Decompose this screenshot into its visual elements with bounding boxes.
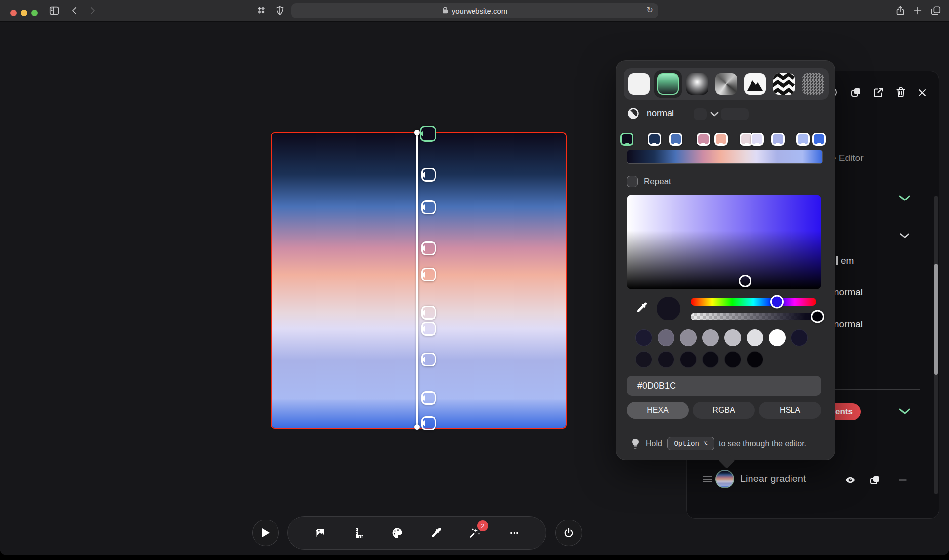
hue-slider-handle[interactable] [770, 295, 784, 309]
images-tool-icon[interactable] [312, 525, 327, 540]
eyedropper-icon[interactable] [635, 301, 649, 315]
color-swatch-#12101c[interactable] [658, 351, 674, 368]
duplicate-layer-icon[interactable] [869, 474, 881, 486]
duplicate-icon[interactable] [850, 86, 862, 98]
separator [835, 389, 920, 390]
color-swatches-row-1 [635, 329, 808, 346]
gradient-preview-bar[interactable] [627, 150, 823, 164]
section-collapse-chevron-icon[interactable] [898, 195, 911, 201]
canvas-gradient-stop-5[interactable] [421, 306, 436, 320]
color-swatch-#16142b[interactable] [791, 329, 808, 346]
gradients-section-chevron-icon[interactable] [898, 408, 911, 415]
open-external-icon[interactable] [872, 86, 884, 98]
fill-type-noise[interactable] [799, 70, 827, 98]
fill-type-image[interactable] [741, 70, 769, 98]
color-swatch-#1b1930[interactable] [635, 329, 652, 346]
scrollbar-thumb[interactable] [934, 264, 938, 375]
color-swatch-#0b0a13[interactable] [702, 351, 719, 368]
color-swatch-#c0bfc6[interactable] [724, 329, 741, 346]
power-button[interactable] [555, 520, 582, 546]
alpha-slider-handle[interactable] [811, 310, 824, 323]
canvas-gradient-stop-0[interactable] [420, 126, 436, 142]
canvas-gradient-stop-6[interactable] [421, 322, 436, 336]
disabled-control [694, 108, 707, 120]
blend-mode-value[interactable]: normal [647, 108, 674, 119]
color-swatch-#15131f[interactable] [635, 351, 652, 368]
minimize-window-button[interactable] [21, 10, 27, 16]
back-button[interactable] [69, 5, 80, 16]
blend-mode-dropdown-chevron-icon[interactable] [710, 110, 719, 116]
play-button[interactable] [252, 520, 279, 546]
delete-icon[interactable] [895, 86, 907, 98]
close-window-button[interactable] [10, 10, 17, 16]
close-icon[interactable] [916, 87, 928, 99]
canvas-gradient-stop-7[interactable] [421, 353, 436, 366]
hue-slider[interactable] [691, 298, 816, 306]
unit-value-partial: em [841, 255, 854, 266]
palette-tool-icon[interactable] [390, 525, 405, 540]
color-swatch-#8e8b97[interactable] [680, 329, 697, 346]
gradient-stop-9[interactable] [812, 133, 826, 146]
new-tab-icon[interactable] [912, 5, 923, 16]
canvas-gradient-stop-8[interactable] [421, 391, 436, 405]
format-hsla-button[interactable]: HSLA [759, 402, 821, 419]
format-rgba-button[interactable]: RGBA [693, 402, 755, 419]
gradient-stop-8[interactable] [796, 133, 810, 146]
fill-type-linear-gradient[interactable] [654, 70, 682, 98]
gradient-stop-0[interactable] [620, 133, 633, 146]
gradient-stop-1[interactable] [648, 133, 661, 146]
color-swatch-#dfdfe3[interactable] [747, 329, 763, 346]
zoom-window-button[interactable] [31, 10, 38, 16]
row-chevron-icon[interactable] [899, 232, 910, 238]
format-hexa-button[interactable]: HEXA [627, 402, 689, 419]
address-bar[interactable]: yourwebsite.com ↻ [291, 3, 658, 18]
drag-handle-icon[interactable] [702, 474, 713, 484]
alpha-slider[interactable] [691, 313, 821, 320]
eyedropper-tool-icon[interactable] [429, 525, 443, 540]
color-swatch-#6a6678[interactable] [658, 329, 674, 346]
repeat-checkbox[interactable] [627, 176, 638, 187]
visibility-eye-icon[interactable] [844, 474, 856, 486]
share-icon[interactable] [895, 5, 906, 16]
tab-overview-icon[interactable] [930, 5, 941, 16]
fill-type-solid[interactable] [625, 70, 653, 98]
canvas-gradient-stop-9[interactable] [421, 416, 436, 430]
gradient-axis-line[interactable] [416, 133, 418, 427]
privacy-shield-icon[interactable] [275, 5, 285, 16]
fill-type-pattern[interactable] [770, 70, 798, 98]
magic-wand-tool-icon[interactable]: 2 [468, 525, 482, 540]
noise-swatch-icon [802, 73, 824, 95]
fill-type-conic-gradient[interactable] [712, 70, 740, 98]
fill-type-radial-gradient[interactable] [683, 70, 711, 98]
sidebar-toggle-icon[interactable] [49, 5, 60, 16]
gradient-stop-7[interactable] [771, 133, 785, 146]
canvas-gradient-stop-3[interactable] [421, 241, 436, 255]
gradient-layer-thumbnail[interactable] [715, 470, 734, 488]
forward-button[interactable] [87, 5, 98, 16]
gradient-color-picker-popup: normal Repeat HEXARGBAHSLA [616, 60, 835, 460]
canvas-gradient-stop-2[interactable] [421, 200, 436, 214]
color-swatch-#050409[interactable] [747, 351, 763, 368]
gradient-stop-6[interactable] [751, 133, 764, 146]
measure-tool-icon[interactable] [351, 525, 366, 540]
gradient-layer-row[interactable]: Linear gradient [687, 469, 940, 490]
color-swatch-#08070e[interactable] [724, 351, 741, 368]
more-options-icon[interactable] [507, 525, 521, 540]
gradient-stop-3[interactable] [697, 133, 710, 146]
saturation-value-area[interactable] [627, 195, 821, 289]
panel-scrollbar[interactable] [934, 196, 938, 494]
color-swatch-#ffffff[interactable] [769, 329, 786, 346]
color-area-cursor[interactable] [739, 275, 751, 287]
reload-icon[interactable]: ↻ [647, 5, 653, 15]
gradient-stop-4[interactable] [714, 133, 728, 146]
extensions-icon[interactable] [256, 5, 267, 16]
gradient-stop-2[interactable] [669, 133, 682, 146]
pattern-swatch-icon [773, 73, 795, 95]
hex-color-input[interactable] [627, 376, 821, 396]
color-swatch-#a4a2ac[interactable] [702, 329, 719, 346]
remove-layer-icon[interactable] [897, 474, 909, 486]
canvas-gradient-stop-1[interactable] [421, 168, 436, 182]
color-swatch-#0e0c17[interactable] [680, 351, 697, 368]
fill-type-selector [624, 68, 829, 100]
canvas-gradient-stop-4[interactable] [421, 268, 436, 281]
